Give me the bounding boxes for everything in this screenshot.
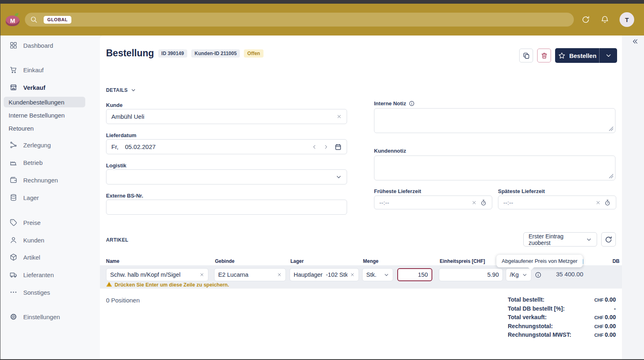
menge-unit-select[interactable]: Stk. xyxy=(362,268,393,281)
menge-input[interactable] xyxy=(402,271,428,278)
calendar-icon[interactable] xyxy=(334,143,342,151)
sidebar-item-label: Preise xyxy=(23,219,41,226)
next-day-icon[interactable] xyxy=(323,144,329,150)
chevron-down-icon xyxy=(522,272,527,278)
clear-lager-icon[interactable] xyxy=(350,272,355,277)
sidebar-item-label: Lager xyxy=(23,194,39,201)
externe-bs-nr-field[interactable] xyxy=(106,200,347,215)
stack-icon xyxy=(9,193,18,202)
logistik-select[interactable] xyxy=(106,169,347,184)
sidebar-item-label: Sonstiges xyxy=(23,289,50,296)
sidebar-item-einkauf[interactable]: Einkauf xyxy=(0,62,100,78)
externe-bs-nr-input[interactable] xyxy=(111,204,342,211)
sidebar-item-retouren[interactable]: Retouren xyxy=(4,123,85,133)
clear-name-icon[interactable] xyxy=(199,272,204,277)
frueheste-lieferzeit-input[interactable] xyxy=(379,199,468,206)
sort-order-select[interactable]: Erster Eintrag zuoberst xyxy=(523,232,597,247)
einheitspreis-input[interactable] xyxy=(443,271,499,278)
timer-icon[interactable] xyxy=(480,199,487,206)
column-header-db: DB xyxy=(595,258,620,264)
sidebar: Dashboard Einkauf Verkauf Kundenbestellu… xyxy=(0,36,100,359)
spaeteste-lieferzeit-input[interactable] xyxy=(503,199,592,206)
copy-icon xyxy=(522,52,530,60)
refresh-icon[interactable] xyxy=(581,15,590,24)
refresh-articles-button[interactable] xyxy=(601,232,616,247)
delete-order-button[interactable] xyxy=(537,49,551,62)
spaeteste-lieferzeit-field[interactable] xyxy=(498,196,616,209)
global-search-input[interactable]: GLOBAL xyxy=(25,13,574,27)
article-gebinde-field[interactable] xyxy=(214,268,286,281)
article-lager-input[interactable] xyxy=(294,271,347,278)
interne-notiz-label-text: Interne Notiz xyxy=(374,100,406,107)
sidebar-item-rechnungen[interactable]: Rechnungen xyxy=(0,172,100,188)
sidebar-item-kunden[interactable]: Kunden xyxy=(0,232,100,248)
clear-time-icon[interactable] xyxy=(595,200,601,205)
kunde-field[interactable] xyxy=(106,109,347,124)
clear-time-icon[interactable] xyxy=(471,200,477,205)
logistik-input[interactable] xyxy=(111,173,332,180)
collapse-panel-icon[interactable] xyxy=(632,38,639,45)
sidebar-item-lager[interactable]: Lager xyxy=(0,189,100,206)
bestellen-split-button[interactable]: Bestellen xyxy=(555,48,617,63)
sidebar-item-label: Betrieb xyxy=(23,159,43,166)
currency-label: CHF xyxy=(594,333,604,338)
clear-gebinde-icon[interactable] xyxy=(277,272,282,277)
article-name-field[interactable] xyxy=(106,268,208,281)
total-label: Total verkauft: xyxy=(508,314,547,320)
currency-label: CHF xyxy=(594,324,604,329)
sidebar-item-sonstiges[interactable]: Sonstiges xyxy=(0,284,100,300)
kundennotiz-textarea[interactable] xyxy=(374,156,615,180)
kundennotiz-label: Kundennotiz xyxy=(374,148,406,154)
sidebar-item-label: Kunden xyxy=(23,237,44,244)
previous-day-icon[interactable] xyxy=(312,144,317,150)
topbar: M GLOBAL T xyxy=(0,4,644,36)
sidebar-item-label: Interne Bestellungen xyxy=(9,112,65,119)
currency-label: CHF xyxy=(594,315,604,320)
sidebar-item-label: Rechnungen xyxy=(23,177,58,184)
store-icon xyxy=(9,83,18,91)
branch-split-icon xyxy=(9,141,18,149)
sort-order-value: Erster Eintrag zuoberst xyxy=(529,233,586,246)
kunde-input[interactable] xyxy=(111,113,333,120)
duplicate-order-button[interactable] xyxy=(519,49,533,62)
sidebar-item-kundenbestellungen[interactable]: Kundenbestellungen xyxy=(4,97,85,107)
star-icon xyxy=(558,52,566,60)
positions-count: 0 Positionen xyxy=(106,297,140,304)
article-gebinde-input[interactable] xyxy=(218,271,274,278)
sidebar-item-label: Einstellungen xyxy=(23,313,60,320)
sidebar-item-verkauf[interactable]: Verkauf xyxy=(0,79,100,96)
warning-triangle-icon xyxy=(106,281,112,289)
timer-icon[interactable] xyxy=(604,199,611,206)
einheitspreis-field[interactable] xyxy=(439,268,503,281)
frueheste-lieferzeit-field[interactable] xyxy=(374,196,492,209)
sidebar-item-betrieb[interactable]: Betrieb xyxy=(0,154,100,171)
sidebar-item-dashboard[interactable]: Dashboard xyxy=(0,37,100,53)
lieferdatum-field[interactable]: Fr, 05.02.2027 xyxy=(106,139,347,154)
article-lager-field[interactable] xyxy=(290,268,359,281)
info-icon[interactable] xyxy=(409,100,415,107)
user-avatar[interactable]: T xyxy=(620,12,634,27)
sidebar-item-preise[interactable]: Preise xyxy=(0,214,100,231)
details-section-toggle[interactable]: DETAILS xyxy=(106,87,136,93)
total-row: Total bestellt: CHF0.00 xyxy=(508,296,616,305)
app-logo[interactable]: M xyxy=(5,13,21,27)
chevron-down-icon xyxy=(336,174,342,180)
sidebar-item-artikel[interactable]: Artikel xyxy=(0,249,100,265)
bestellen-dropdown-toggle[interactable] xyxy=(599,48,617,63)
sidebar-item-label: Verkauf xyxy=(23,84,45,91)
clear-kunde-icon[interactable] xyxy=(336,114,342,119)
sidebar-item-interne-bestellungen[interactable]: Interne Bestellungen xyxy=(4,110,85,120)
column-header-lager: Lager xyxy=(290,258,304,264)
notifications-bell-icon[interactable] xyxy=(600,15,609,24)
sidebar-item-einstellungen[interactable]: Einstellungen xyxy=(0,309,100,325)
preis-einheit-select[interactable]: /Kg xyxy=(506,268,531,281)
cube-icon xyxy=(9,253,18,261)
chevron-down-icon xyxy=(605,52,612,59)
sidebar-item-lieferanten[interactable]: Lieferanten xyxy=(0,267,100,283)
app: M GLOBAL T Dashboard xyxy=(0,4,644,359)
menge-field[interactable] xyxy=(397,268,432,281)
interne-notiz-textarea[interactable] xyxy=(374,108,615,133)
bestellen-button[interactable]: Bestellen xyxy=(555,48,599,63)
article-name-input[interactable] xyxy=(110,271,197,278)
sidebar-item-zerlegung[interactable]: Zerlegung xyxy=(0,137,100,153)
